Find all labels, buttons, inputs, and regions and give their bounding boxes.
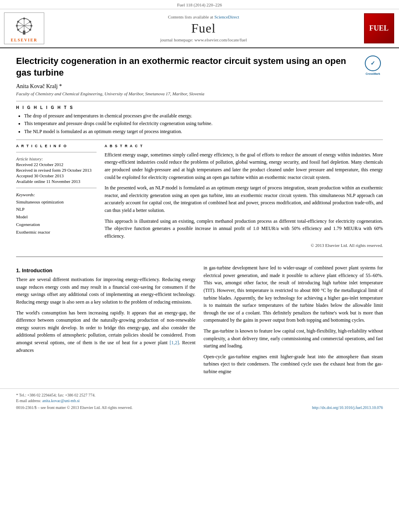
article-history: Article history: Received 22 October 201… [16,156,97,184]
accepted-date: Accepted 30 October 2013 [16,173,97,178]
body-para-2: The world's consumption has been increas… [16,309,195,354]
highlights-label: H I G H L I G H T S [16,105,383,110]
footnote-email: E-mail address: anita.kovac@uni-mb.si [16,398,383,403]
sciencedirect-link: Contents lists available at ScienceDirec… [168,14,239,19]
section1-title: 1. Introduction [16,267,195,273]
article-info-col: A R T I C L E I N F O Article history: R… [16,144,97,248]
revised-date: Received in revised form 29 October 2013 [16,168,97,173]
crossmark-text: CrossMark [366,72,380,76]
svg-point-15 [23,18,25,20]
svg-line-3 [18,22,24,26]
received-date: Received 22 October 2012 [16,162,97,167]
list-item: This temperature and pressure drops coul… [24,120,383,127]
keyword-3: Model [16,213,97,221]
body-right-para-1: in gas-turbine development have led to w… [204,264,383,324]
keyword-5: Exothermic reactor [16,228,97,236]
elsevier-logo: ELSEVIER [4,12,44,44]
body-para-1: There are several different motivations … [16,276,195,306]
journal-header: ELSEVIER Contents lists available at Sci… [0,9,399,48]
sciencedirect-anchor[interactable]: ScienceDirect [214,14,239,19]
footer-issn: 0016-2361/$ – see front matter © 2013 El… [16,405,132,410]
abstract-para-1: Efficient energy usage, sometimes simply… [105,151,383,181]
svg-line-7 [18,26,24,30]
fuel-logo: FUEL [364,13,394,43]
list-item: The drop of pressure and temperatures in… [24,112,383,120]
abstract-col: A B S T R A C T Efficient energy usage, … [105,144,383,248]
highlights-list: The drop of pressure and temperatures in… [16,112,383,136]
abstract-para-2: In the presented work, an NLP model is f… [105,184,383,214]
abstract-para-3: This approach is illustrated using an ex… [105,218,383,240]
abstract-copyright: © 2013 Elsevier Ltd. All rights reserved… [105,243,383,248]
email-link[interactable]: anita.kovac@uni-mb.si [42,398,80,403]
body-right-col: in gas-turbine development have led to w… [204,264,383,378]
footnote-tel: * Tel.: +386 02 2294454; fax: +386 02 25… [16,393,383,397]
journal-homepage: journal homepage: www.elsevier.com/locat… [160,37,247,42]
svg-point-10 [29,21,31,23]
list-item: The NLP model is formulated as an optimu… [24,128,383,136]
divider-info [16,152,97,152]
article-info-heading: A R T I C L E I N F O [16,144,97,148]
svg-point-11 [16,25,18,27]
keyword-2: NLP [16,205,97,213]
history-label: Article history: [16,156,97,161]
crossmark-badge: ✓ CrossMark [363,55,383,76]
crossmark-icon: ✓ [365,55,381,71]
body-right-para-3: Open-cycle gas-turbine engines emit high… [204,353,383,376]
body-left-col: 1. Introduction There are several differ… [16,264,195,378]
doi-link[interactable]: http://dx.doi.org/10.1016/j.fuel.2013.10… [312,405,383,410]
divider-2 [16,140,383,140]
elsevier-tree-icon [10,14,38,37]
article-content: Electricity cogeneration in an exothermi… [0,48,399,255]
svg-line-4 [24,22,30,26]
divider-keywords [16,188,97,188]
footer: * Tel.: +386 02 2294454; fax: +386 02 25… [0,388,399,412]
body-content: 1. Introduction There are several differ… [0,259,399,384]
svg-line-8 [24,26,30,30]
email-label: E-mail address: [16,398,41,403]
body-right-para-2: The gas-turbine is known to feature low … [204,327,383,350]
svg-point-13 [17,29,19,31]
author-name: Anita Kovač Kralj * [16,83,383,90]
svg-point-14 [29,29,31,31]
author-affiliation: Faculty of Chemistry and Chemical Engine… [16,91,383,96]
footer-doi: http://dx.doi.org/10.1016/j.fuel.2013.10… [312,405,383,410]
divider-1 [16,101,383,101]
keywords-block: Keywords: Simultaneous optimization NLP … [16,192,97,236]
journal-center: Contents lists available at ScienceDirec… [48,12,359,44]
keyword-1: Simultaneous optimization [16,198,97,206]
ref-link[interactable]: [1,2] [170,340,179,345]
article-title-text: Electricity cogeneration in an exothermi… [16,56,346,78]
journal-reference: Fuel 118 (2014) 220–226 [0,0,399,9]
journal-name: Fuel [191,21,216,36]
keywords-label: Keywords: [16,192,97,197]
keyword-4: Cogeneration [16,221,97,228]
elsevier-text: ELSEVIER [11,38,38,42]
available-date: Available online 11 November 2013 [16,179,97,184]
article-title-block: Electricity cogeneration in an exothermi… [16,55,383,78]
article-info-abstract: A R T I C L E I N F O Article history: R… [16,144,383,248]
divider-body [16,257,383,257]
svg-point-12 [31,25,33,27]
svg-point-9 [17,21,19,23]
abstract-heading: A B S T R A C T [105,144,383,148]
footer-bottom: 0016-2361/$ – see front matter © 2013 El… [16,405,383,410]
fuel-logo-box: FUEL [363,12,395,44]
page: Fuel 118 (2014) 220–226 [0,0,399,532]
